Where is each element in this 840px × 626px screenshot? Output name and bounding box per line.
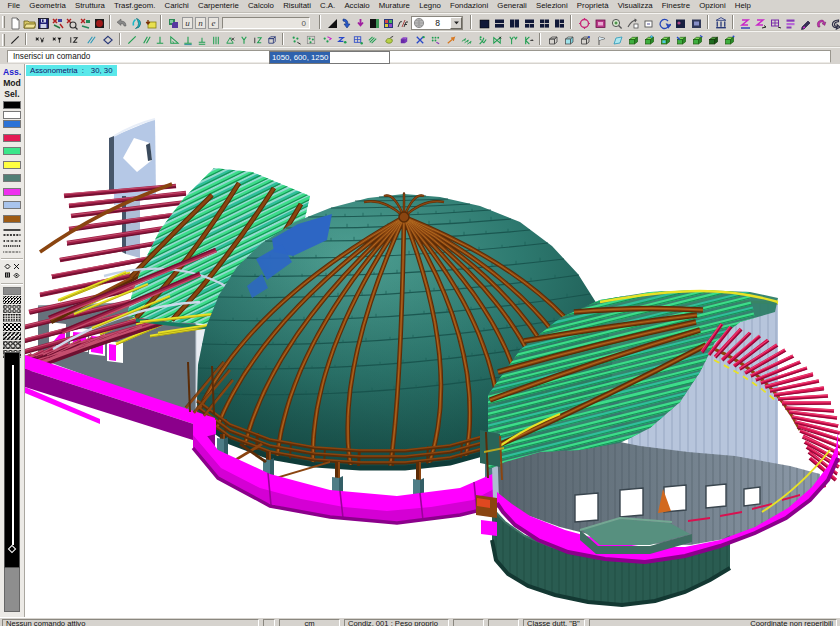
menu-selezioni[interactable]: Selezioni [531, 0, 572, 12]
red-box-button[interactable] [92, 15, 106, 31]
view-night-button[interactable] [672, 15, 688, 31]
color-swatch-7[interactable] [3, 215, 21, 223]
op-fork2-button[interactable] [505, 33, 521, 47]
numeric-field[interactable]: 0 [222, 17, 310, 29]
color-swatch-4[interactable] [3, 174, 21, 182]
mesh-z2-button[interactable] [753, 15, 768, 31]
op-grid-button[interactable] [350, 33, 366, 47]
menu-file[interactable]: File [3, 0, 25, 12]
slider-handle[interactable] [8, 545, 16, 553]
purple-arrow-button[interactable] [353, 15, 367, 31]
line-style-1[interactable] [3, 233, 21, 237]
box-arrow-button[interactable] [673, 33, 689, 47]
panel-bw-button[interactable] [367, 15, 381, 31]
black-triangle-button[interactable] [325, 15, 339, 31]
hatch-circles[interactable] [3, 341, 21, 349]
menu-generali[interactable]: Generali [493, 0, 532, 12]
cube-cyan-button[interactable] [561, 33, 577, 47]
box-diamond-button[interactable] [641, 33, 657, 47]
line-style-3[interactable] [3, 244, 21, 248]
marker-grid[interactable] [3, 262, 21, 280]
menu-fondazioni[interactable]: Fondazioni [445, 0, 492, 12]
panel-color-button[interactable] [381, 15, 395, 31]
sidebar-mode-sel[interactable]: Sel. [0, 89, 24, 100]
command-input[interactable]: Inserisci un comando [7, 50, 831, 63]
letter-n-button[interactable]: n [194, 15, 207, 31]
hatch-dots[interactable] [3, 314, 21, 322]
toolbar-handle[interactable] [2, 34, 5, 46]
op-arrows-button[interactable] [459, 33, 475, 47]
g-angle-button[interactable] [167, 33, 181, 47]
rhombus-button[interactable] [99, 33, 116, 47]
menu-calcolo[interactable]: Calcolo [243, 0, 278, 12]
color-swatch-1[interactable] [3, 134, 21, 142]
menu-visualizza[interactable]: Visualizza [613, 0, 657, 12]
par-cyan-button[interactable] [82, 33, 99, 47]
win-2-2-button[interactable] [537, 15, 552, 31]
select-hook-button[interactable] [339, 15, 353, 31]
op-z2-button[interactable] [335, 33, 351, 47]
open-folder-button[interactable] [22, 15, 36, 31]
quad-cyan-button[interactable] [609, 33, 625, 47]
letter-u-button[interactable]: u [181, 15, 194, 31]
zoom-in-button[interactable] [608, 15, 624, 31]
slider-track-bottom[interactable] [4, 568, 20, 612]
g-perpb-button[interactable] [181, 33, 195, 47]
rotate-view-button[interactable] [656, 15, 672, 31]
hatch-rings[interactable] [3, 305, 21, 313]
view-teal-button[interactable] [129, 15, 143, 31]
mesh-rows-button[interactable] [783, 15, 798, 31]
zoom-prev-button[interactable] [640, 15, 656, 31]
export-model-button[interactable] [78, 15, 92, 31]
win-2v-button[interactable] [507, 15, 522, 31]
g-yfork-button[interactable] [237, 33, 251, 47]
win-1-button[interactable] [477, 15, 492, 31]
portico-button[interactable] [713, 15, 729, 31]
pt-z-button[interactable] [65, 33, 82, 47]
menu-risultati[interactable]: Risultati [279, 0, 316, 12]
sidebar-mode-mod[interactable]: Mod [0, 78, 24, 89]
menu-legno[interactable]: Legno [415, 0, 446, 12]
win-1-2-button[interactable] [522, 15, 537, 31]
menu-struttura[interactable]: Struttura [70, 0, 109, 12]
menu-ca[interactable]: C.A. [315, 0, 339, 12]
pan-view-button[interactable] [624, 15, 640, 31]
pt-x-button[interactable] [31, 33, 48, 47]
g-par-button[interactable] [139, 33, 153, 47]
op-orange-button[interactable] [443, 33, 459, 47]
import-model-button[interactable] [50, 15, 64, 31]
op-box-button[interactable] [304, 33, 320, 47]
pt-y-button[interactable] [48, 33, 65, 47]
menu-trasfgeom[interactable]: Trasf.geom. [109, 0, 160, 12]
font-size-combo[interactable]: 8 [411, 16, 463, 30]
menu-murature[interactable]: Murature [374, 0, 414, 12]
menu-carpenterie[interactable]: Carpenterie [193, 0, 243, 12]
mesh-grid-button[interactable] [768, 15, 783, 31]
color-swatch-0[interactable] [3, 120, 21, 128]
op-cube-button[interactable] [397, 33, 413, 47]
g-triple-button[interactable] [209, 33, 223, 47]
combo-dropdown-button[interactable] [450, 17, 462, 29]
op-hatch-button[interactable] [366, 33, 382, 47]
win-2h-button[interactable] [492, 15, 507, 31]
new-file-button[interactable] [8, 15, 22, 31]
sidebar-mode-ass[interactable]: Ass. [0, 67, 24, 78]
op-karr-button[interactable] [521, 33, 537, 47]
menu-opzioni[interactable]: Opzioni [695, 0, 731, 12]
op-copy-button[interactable] [288, 33, 304, 47]
draw-line-button[interactable] [8, 33, 22, 47]
zoom-all-button[interactable] [576, 15, 592, 31]
letter-e-button[interactable]: e [207, 15, 220, 31]
g-trix-button[interactable] [223, 33, 237, 47]
mesh-pen-button[interactable] [798, 15, 813, 31]
line-style-4[interactable] [3, 250, 21, 254]
cube-w1-button[interactable] [545, 33, 561, 47]
layers-box-button[interactable] [166, 15, 180, 31]
win-3-button[interactable] [552, 15, 567, 31]
color-swatch-6[interactable] [3, 201, 21, 209]
g-zline-button[interactable] [251, 33, 265, 47]
box-arrtop-button[interactable] [689, 33, 705, 47]
undo-button[interactable] [115, 15, 129, 31]
save-floppy-button[interactable] [36, 15, 50, 31]
view-day-button[interactable] [688, 15, 704, 31]
